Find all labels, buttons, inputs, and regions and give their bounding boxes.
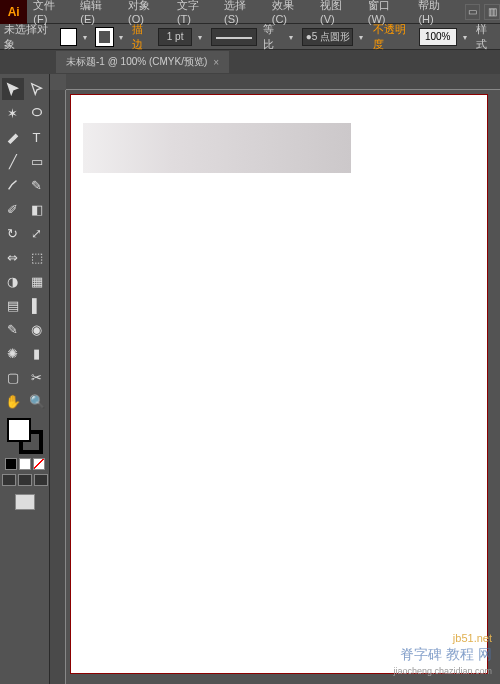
draw-inside[interactable] bbox=[34, 474, 48, 486]
scale-tool[interactable]: ⤢ bbox=[26, 222, 48, 244]
magic-wand-tool[interactable]: ✶ bbox=[2, 102, 24, 124]
fill-color-swatch[interactable] bbox=[7, 418, 31, 442]
type-tool[interactable]: T bbox=[26, 126, 48, 148]
pencil-tool[interactable]: ✎ bbox=[26, 174, 48, 196]
menu-edit[interactable]: 编辑(E) bbox=[74, 0, 122, 25]
layout-icon[interactable]: ▭ bbox=[465, 4, 481, 20]
document-tab-title: 未标题-1 @ 100% (CMYK/预览) bbox=[66, 55, 207, 69]
draw-normal[interactable] bbox=[2, 474, 16, 486]
lasso-tool[interactable] bbox=[26, 102, 48, 124]
eraser-tool[interactable]: ◧ bbox=[26, 198, 48, 220]
rotate-tool[interactable]: ↻ bbox=[2, 222, 24, 244]
brush-dropdown-icon[interactable]: ▾ bbox=[359, 33, 366, 41]
menu-help[interactable]: 帮助(H) bbox=[412, 0, 460, 25]
line-tool[interactable]: ╱ bbox=[2, 150, 24, 172]
arrange-icon[interactable]: ▥ bbox=[484, 4, 500, 20]
rectangle-tool[interactable]: ▭ bbox=[26, 150, 48, 172]
opacity-label[interactable]: 不透明度 bbox=[373, 22, 413, 52]
shape-builder-tool[interactable]: ◑ bbox=[2, 270, 24, 292]
style-label[interactable]: 样式 bbox=[476, 22, 496, 52]
artboard-tool[interactable]: ▢ bbox=[2, 366, 24, 388]
free-transform-tool[interactable]: ⬚ bbox=[26, 246, 48, 268]
stroke-weight-dropdown-icon[interactable]: ▾ bbox=[198, 33, 205, 41]
gradient-rectangle-shape[interactable] bbox=[83, 123, 351, 173]
profile-dropdown-icon[interactable]: ▾ bbox=[289, 33, 296, 41]
svg-point-0 bbox=[32, 109, 41, 116]
document-tabbar: 未标题-1 @ 100% (CMYK/预览) × bbox=[0, 50, 500, 74]
paintbrush-tool[interactable] bbox=[2, 174, 24, 196]
screen-mode-row bbox=[2, 474, 48, 486]
width-tool[interactable]: ⇔ bbox=[2, 246, 24, 268]
draw-behind[interactable] bbox=[18, 474, 32, 486]
color-mode-row bbox=[5, 458, 45, 470]
screen-mode-button[interactable] bbox=[15, 494, 35, 510]
stroke-dropdown-icon[interactable]: ▾ bbox=[119, 33, 126, 41]
selection-label: 未选择对象 bbox=[4, 22, 54, 52]
perspective-grid-tool[interactable]: ▦ bbox=[26, 270, 48, 292]
slice-tool[interactable]: ✂ bbox=[26, 366, 48, 388]
app-logo: Ai bbox=[0, 0, 27, 24]
stroke-swatch[interactable] bbox=[96, 28, 113, 46]
pen-tool[interactable] bbox=[2, 126, 24, 148]
fill-dropdown-icon[interactable]: ▾ bbox=[83, 33, 90, 41]
menu-view[interactable]: 视图(V) bbox=[314, 0, 362, 25]
eyedropper-tool[interactable]: ✎ bbox=[2, 318, 24, 340]
close-icon[interactable]: × bbox=[213, 57, 219, 68]
symbol-sprayer-tool[interactable]: ✺ bbox=[2, 342, 24, 364]
control-bar: 未选择对象 ▾ ▾ 描边 ▾ 等比 ▾ ● 5 点圆形 ▾ 不透明度 ▾ 样式 bbox=[0, 24, 500, 50]
gradient-tool[interactable]: ▌ bbox=[26, 294, 48, 316]
menubar: Ai 文件(F) 编辑(E) 对象(O) 文字(T) 选择(S) 效果(C) 视… bbox=[0, 0, 500, 24]
zoom-tool[interactable]: 🔍 bbox=[26, 390, 48, 412]
color-section bbox=[7, 418, 43, 454]
canvas-area: jb51.net 脊字碑 教程 网 jiaocheng.chazidian.co… bbox=[50, 74, 500, 684]
selection-tool[interactable] bbox=[2, 78, 24, 100]
document-tab[interactable]: 未标题-1 @ 100% (CMYK/预览) × bbox=[56, 51, 229, 73]
stroke-label[interactable]: 描边 bbox=[132, 22, 152, 52]
color-mode-none[interactable] bbox=[33, 458, 45, 470]
color-mode-solid[interactable] bbox=[5, 458, 17, 470]
blend-tool[interactable]: ◉ bbox=[26, 318, 48, 340]
workspace: ✶ T ╱ ▭ ✎ ✐ ◧ ↻ ⤢ ⇔ ⬚ ◑ ▦ ▤ ▌ ✎ ◉ ✺ ▮ ▢ … bbox=[0, 74, 500, 684]
opacity-dropdown-icon[interactable]: ▾ bbox=[463, 33, 470, 41]
fill-swatch[interactable] bbox=[60, 28, 77, 46]
column-graph-tool[interactable]: ▮ bbox=[26, 342, 48, 364]
profile-label: 等比 bbox=[263, 22, 283, 52]
ruler-vertical[interactable] bbox=[50, 90, 66, 684]
color-mode-gradient[interactable] bbox=[19, 458, 31, 470]
hand-tool[interactable]: ✋ bbox=[2, 390, 24, 412]
ruler-horizontal[interactable] bbox=[66, 74, 500, 90]
menu-select[interactable]: 选择(S) bbox=[218, 0, 266, 25]
opacity-input[interactable] bbox=[419, 28, 457, 46]
mesh-tool[interactable]: ▤ bbox=[2, 294, 24, 316]
profile-select[interactable] bbox=[211, 28, 257, 46]
menu-type[interactable]: 文字(T) bbox=[171, 0, 218, 25]
brush-select[interactable]: ● 5 点圆形 bbox=[302, 28, 353, 46]
blob-brush-tool[interactable]: ✐ bbox=[2, 198, 24, 220]
stroke-weight-input[interactable] bbox=[158, 28, 192, 46]
brush-label: 5 点圆形 bbox=[312, 30, 350, 44]
toolbox: ✶ T ╱ ▭ ✎ ✐ ◧ ↻ ⤢ ⇔ ⬚ ◑ ▦ ▤ ▌ ✎ ◉ ✺ ▮ ▢ … bbox=[0, 74, 50, 684]
direct-selection-tool[interactable] bbox=[26, 78, 48, 100]
artboard[interactable] bbox=[70, 94, 488, 674]
